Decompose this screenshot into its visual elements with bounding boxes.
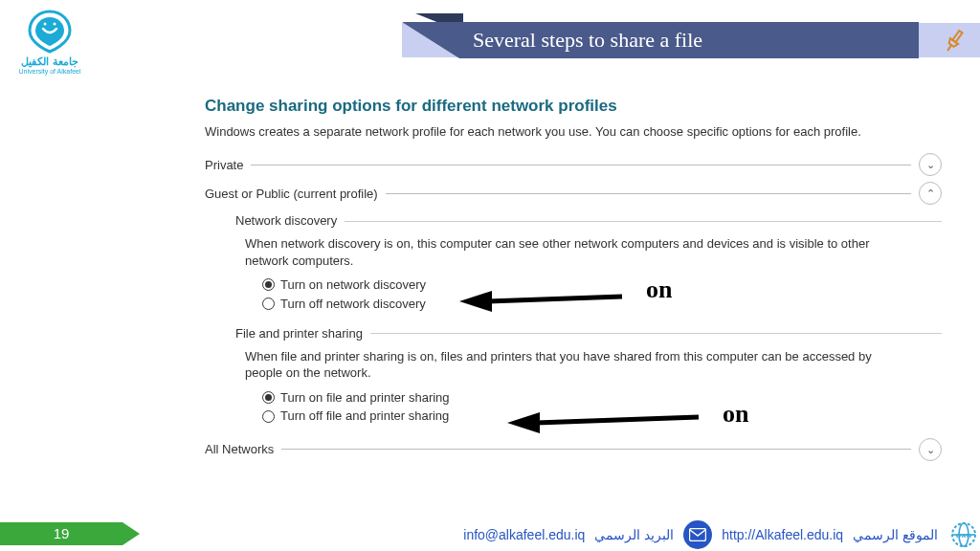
- subsection-title: File and printer sharing: [235, 325, 370, 342]
- footer-email-label: البريد الرسمي: [594, 527, 674, 542]
- logo-text-en: University of Alkafeel: [11, 68, 88, 75]
- svg-line-7: [536, 417, 699, 423]
- radio-icon: [262, 278, 275, 291]
- radio-label: Turn on file and printer sharing: [280, 389, 450, 407]
- page-number: 19: [0, 522, 122, 545]
- mail-icon: [683, 520, 712, 549]
- title-chevron: [402, 22, 459, 58]
- logo-text-ar: جامعة الكفيل: [11, 55, 88, 68]
- radio-icon: [262, 298, 275, 310]
- pin-icon: [940, 27, 969, 59]
- panel-heading: Change sharing options for different net…: [205, 96, 942, 118]
- slide-footer: 19 info@alkafeel.edu.iq البريد الرسمي ht…: [0, 518, 980, 551]
- network-discovery-desc: When network discovery is on, this compu…: [245, 235, 877, 269]
- svg-line-5: [488, 297, 622, 301]
- logo-mark-icon: [24, 8, 76, 54]
- subsection-title: Network discovery: [235, 212, 345, 230]
- footer-site-label: الموقع الرسمي: [853, 527, 938, 542]
- annotation-on-1: on: [646, 276, 672, 304]
- radio-label: Turn off network discovery: [280, 296, 426, 313]
- section-label: Private: [205, 157, 251, 174]
- svg-text:www: www: [955, 532, 972, 539]
- subsection-network-discovery: Network discovery: [235, 212, 942, 230]
- fps-desc: When file and printer sharing is on, fil…: [245, 348, 877, 382]
- radio-label: Turn off file and printer sharing: [280, 408, 449, 425]
- section-guest-public[interactable]: Guest or Public (current profile) ⌃: [205, 182, 942, 205]
- chevron-down-icon[interactable]: ⌄: [919, 153, 942, 176]
- svg-line-4: [947, 45, 951, 51]
- radio-icon: [262, 410, 275, 423]
- section-all-networks[interactable]: All Networks ⌄: [205, 438, 942, 461]
- section-label: All Networks: [205, 441, 281, 458]
- subsection-file-printer-sharing: File and printer sharing: [235, 325, 942, 342]
- slide-title: Several steps to share a file: [459, 22, 919, 58]
- svg-point-0: [44, 23, 47, 26]
- chevron-up-icon[interactable]: ⌃: [919, 182, 942, 205]
- footer-site: http://Alkafeel.edu.iq: [722, 527, 843, 542]
- www-icon: www: [947, 518, 980, 551]
- annotation-arrow-1-icon: [459, 287, 632, 316]
- svg-point-1: [54, 23, 56, 26]
- svg-marker-6: [459, 291, 492, 312]
- radio-icon: [262, 391, 275, 404]
- section-label: Guest or Public (current profile): [205, 186, 386, 203]
- svg-marker-8: [507, 412, 540, 433]
- radio-fps-on[interactable]: Turn on file and printer sharing: [262, 389, 942, 407]
- university-logo: جامعة الكفيل University of Alkafeel: [11, 8, 88, 75]
- section-private[interactable]: Private ⌄: [205, 153, 942, 176]
- svg-rect-9: [690, 529, 706, 541]
- annotation-arrow-2-icon: [507, 409, 708, 438]
- chevron-down-icon[interactable]: ⌄: [919, 438, 942, 461]
- annotation-on-2: on: [723, 400, 748, 429]
- panel-intro: Windows creates a separate network profi…: [205, 123, 942, 141]
- footer-email: info@alkafeel.edu.iq: [463, 527, 585, 542]
- radio-label: Turn on network discovery: [280, 276, 426, 294]
